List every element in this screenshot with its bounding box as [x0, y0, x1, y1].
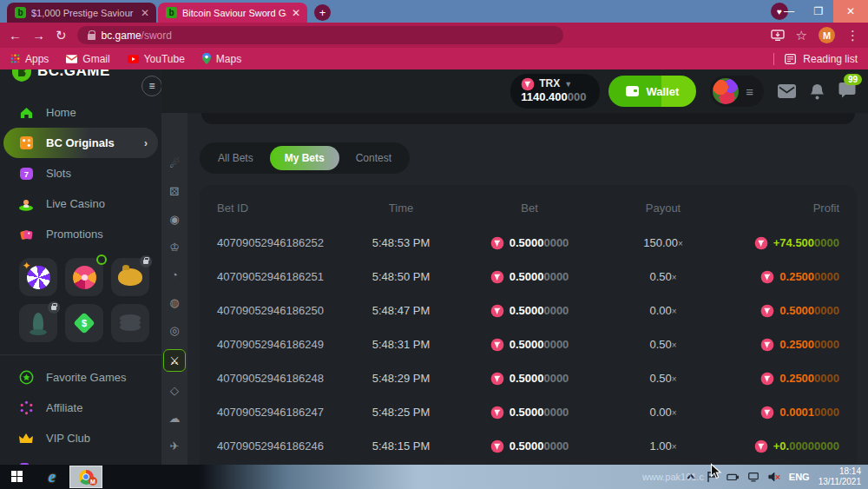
game-sword-icon[interactable]: ⚔ [163, 349, 186, 372]
menu-dots-icon[interactable]: ⋮ [846, 28, 859, 43]
back-icon[interactable]: ← [9, 28, 22, 43]
balance-display[interactable]: TRX ▼ 1140.400000 [510, 74, 600, 109]
url-host: bc.game [102, 30, 141, 42]
table-row[interactable]: 40709052946186252 5:48:53 PM 0.50000000 … [217, 226, 839, 260]
tab-my-bets[interactable]: My Bets [270, 146, 339, 170]
tab-all-bets[interactable]: All Bets [203, 146, 268, 170]
bookmark-maps[interactable]: Maps [202, 53, 241, 65]
user-avatar[interactable] [713, 78, 739, 104]
profit-dim: 0000 [814, 236, 839, 249]
bet-amount-main: 0.5000 [510, 270, 544, 283]
dollar-tag-icon: $ [73, 312, 95, 334]
promo-rocket-tile[interactable] [19, 304, 57, 342]
bell-icon[interactable] [810, 83, 825, 100]
bookmark-gmail[interactable]: Gmail [66, 53, 109, 65]
promo-lottery-tile[interactable] [19, 258, 57, 296]
mail-icon[interactable] [778, 84, 796, 98]
new-tab-button[interactable]: + [314, 4, 331, 21]
sidebar-item-slots[interactable]: 7 Slots [0, 158, 161, 188]
promo-dollar-tag-tile[interactable]: $ [65, 304, 103, 342]
close-window-button[interactable]: ✕ [833, 0, 868, 23]
taskbar-clock[interactable]: 18:14 13/11/2021 [819, 466, 861, 488]
bet-cell: 0.50000000 [455, 236, 604, 250]
network-icon[interactable] [747, 471, 760, 483]
game-eye-icon[interactable]: ◇ [165, 381, 184, 400]
maximize-button[interactable]: ❐ [804, 0, 833, 23]
profile-menu-icon: ≡ [746, 84, 753, 99]
reading-list-button[interactable]: Reading list [773, 53, 858, 65]
promo-coins-tile[interactable] [111, 304, 149, 342]
site-header: TRX ▼ 1140.400000 Wallet ≡ 99 [161, 69, 868, 113]
payout-cell: 0.50× [604, 372, 722, 385]
battery-icon[interactable] [727, 471, 739, 483]
profit-main: +74.500 [773, 236, 814, 249]
wallet-button[interactable]: Wallet [608, 76, 696, 107]
address-bar[interactable]: bc.game/sword [77, 26, 563, 44]
sidebar-item-bc-originals[interactable]: BC Originals › [3, 128, 158, 158]
profile-avatar[interactable]: M [819, 27, 835, 43]
bcgame-logo[interactable]: BC.GAME [0, 69, 161, 82]
promo-piggy-bank-tile[interactable] [111, 258, 149, 296]
keyboard-language[interactable]: ENG [789, 472, 810, 482]
payout-value: 0.50 [649, 372, 671, 385]
bcgame-app: BC.GAME ≡ Home BC Originals › 7 Slots [0, 69, 868, 465]
profit-cell: 0.50000000 [722, 304, 839, 318]
bet-cell: 0.50000000 [455, 372, 604, 386]
profit-main: 0.2500 [779, 338, 814, 351]
volume-muted-icon[interactable] [768, 471, 780, 483]
table-row[interactable]: 40709052946186249 5:48:31 PM 0.50000000 … [217, 327, 839, 361]
tab-contest[interactable]: Contest [341, 146, 406, 170]
sidebar-item-forum[interactable]: Forum [0, 453, 161, 465]
crown-icon [17, 433, 35, 445]
trx-coin-icon [760, 304, 774, 318]
chat-unread-badge: 99 [844, 74, 862, 85]
sidebar-item-vip-club[interactable]: VIP Club [0, 423, 161, 453]
table-row[interactable]: 40709052946186247 5:48:25 PM 0.50000000 … [217, 395, 839, 429]
sidebar-item-label: Live Casino [46, 197, 105, 210]
bookmark-apps[interactable]: Apps [10, 53, 49, 65]
game-dice-icon[interactable]: ⚄ [165, 182, 184, 201]
game-cloud-icon[interactable]: ☁ [165, 409, 184, 427]
trx-coin-icon [760, 338, 774, 352]
game-ring-icon[interactable]: ◍ [165, 294, 184, 312]
sidebar-item-promotions[interactable]: Promotions [0, 219, 161, 249]
game-crash-icon[interactable]: ☄ [165, 155, 184, 173]
payout-value: 0.50 [649, 338, 671, 351]
sidebar-item-affiliate[interactable]: Affiliate [0, 393, 161, 423]
payout-cell: 1.00× [604, 439, 722, 453]
tab-close-icon[interactable]: ✕ [292, 7, 300, 19]
table-row[interactable]: 40709052946186251 5:48:50 PM 0.50000000 … [217, 260, 839, 294]
game-plinko-icon[interactable]: ◔ [165, 266, 184, 284]
sidebar-item-live-casino[interactable]: Live Casino [0, 188, 161, 219]
bookmark-star-icon[interactable]: ☆ [796, 28, 807, 43]
chrome-taskbar-button[interactable]: M [69, 466, 102, 488]
profit-main: 0.5000 [779, 304, 814, 317]
table-row[interactable]: 40709052946186250 5:48:47 PM 0.50000000 … [217, 294, 839, 327]
chat-button[interactable]: 99 [838, 82, 856, 102]
bet-id-cell: 40709052946186250 [217, 304, 347, 317]
sidebar-item-home[interactable]: Home [0, 97, 161, 128]
game-coinflip-icon[interactable]: ◉ [165, 210, 184, 228]
table-row[interactable]: 40709052946186248 5:48:29 PM 0.50000000 … [217, 361, 839, 395]
table-row[interactable]: 40709052946186246 5:48:15 PM 0.50000000 … [217, 429, 839, 463]
minimize-button[interactable]: — [774, 0, 804, 23]
browser-tab-1[interactable]: b $1,000 Prestige Saviour Sword Ch ✕ [7, 3, 156, 23]
trx-coin-icon [754, 236, 768, 250]
profile-menu[interactable]: ≡ [710, 76, 764, 107]
game-rocket-icon[interactable]: ✈ [165, 437, 184, 455]
install-icon[interactable] [771, 30, 785, 42]
sidebar-collapse-button[interactable]: ≡ [141, 76, 161, 96]
browser-tab-2[interactable]: b Bitcoin Saviour Sword Game - Pla ✕ [158, 3, 307, 23]
bookmark-youtube[interactable]: YouTube [128, 53, 185, 65]
internet-explorer-button[interactable]: e [35, 467, 69, 486]
tab-close-icon[interactable]: ✕ [141, 7, 149, 19]
forward-icon[interactable]: → [32, 28, 45, 43]
start-button[interactable] [0, 471, 35, 483]
reload-icon[interactable]: ↻ [56, 28, 67, 43]
game-bomb-icon[interactable]: ◎ [165, 321, 184, 340]
promo-spin-wheel-tile[interactable] [65, 258, 103, 296]
game-keno-icon[interactable]: ♔ [165, 238, 184, 256]
clock-date: 13/11/2021 [819, 477, 861, 488]
rocket-icon [33, 313, 43, 334]
sidebar-item-favorite-games[interactable]: Favorite Games [0, 362, 161, 393]
